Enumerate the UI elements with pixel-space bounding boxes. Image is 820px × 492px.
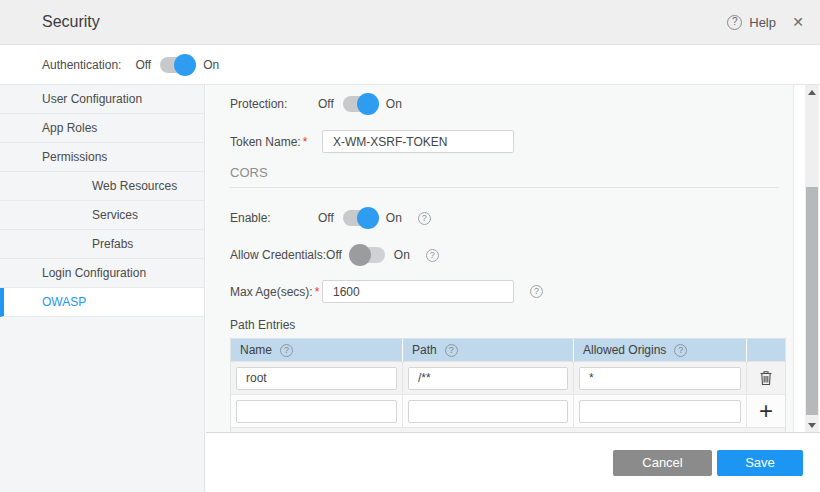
path-entries-title: Path Entries [230,318,793,332]
required-mark: * [303,135,308,149]
authentication-label: Authentication: [42,58,121,72]
help-label: Help [749,15,776,30]
delete-row-button[interactable] [747,362,785,394]
add-row-button[interactable] [747,395,785,427]
save-button[interactable]: Save [717,450,803,476]
protection-on-label: On [386,97,402,111]
cancel-button[interactable]: Cancel [613,450,712,476]
sidebar-item-permissions[interactable]: Permissions [0,143,204,172]
arrow-up-icon [808,90,816,95]
enable-label: Enable: [230,211,318,225]
required-mark: * [315,285,320,299]
table-row [231,394,785,427]
protection-off-label: Off [318,97,334,111]
scroll-up-button[interactable] [805,85,819,99]
table-row [231,361,785,394]
allow-credentials-on-label: On [394,248,410,262]
toggle-knob [357,93,379,115]
trash-icon [759,370,773,386]
authentication-on-label: On [203,58,219,72]
toggle-knob [174,54,196,76]
allow-credentials-help-icon[interactable] [426,249,439,262]
protection-label: Protection: [230,97,318,111]
arrow-down-icon [808,423,816,428]
name-column-help-icon[interactable] [280,344,293,357]
row2-allowed-origins-input[interactable] [579,400,741,423]
row2-path-input[interactable] [408,400,568,423]
allow-credentials-toggle[interactable] [351,247,385,263]
token-name-row: Token Name:* [230,130,793,153]
enable-help-icon[interactable] [418,212,431,225]
token-name-label: Token Name:* [230,135,322,149]
cors-section-title: CORS [230,165,793,180]
max-age-label: Max Age(secs):* [230,285,322,299]
enable-toggle[interactable] [343,210,377,226]
column-header-allowed-origins: Allowed Origins [574,339,747,361]
enable-on-label: On [386,211,402,225]
max-age-row: Max Age(secs):* [230,280,793,303]
sidebar-item-app-roles[interactable]: App Roles [0,114,204,143]
footer: Cancel Save [206,433,820,492]
protection-row: Protection: Off On [230,94,793,114]
sidebar-item-user-configuration[interactable]: User Configuration [0,85,204,114]
sidebar: User Configuration App Roles Permissions… [0,85,205,492]
sidebar-item-prefabs[interactable]: Prefabs [0,230,204,259]
titlebar: Security Help [0,0,820,45]
token-name-input[interactable] [322,130,514,153]
column-header-name: Name [231,339,403,361]
row2-name-input[interactable] [236,400,397,423]
cors-divider [230,187,779,188]
enable-off-label: Off [318,211,334,225]
scroll-down-button[interactable] [805,418,819,432]
close-icon[interactable] [787,0,809,44]
path-entries-table: Name Path Allowed Origins [230,338,786,432]
page-title: Security [42,13,100,31]
vertical-scrollbar[interactable] [805,85,819,432]
column-header-actions [747,339,785,361]
column-header-path: Path [403,339,574,361]
help-icon [727,15,742,30]
authentication-toggle[interactable] [160,57,194,73]
allow-credentials-row: Allow Credentials: Off On [230,245,793,265]
owasp-panel: Protection: Off On Token Name:* CORS Ena… [206,85,794,432]
max-age-input[interactable] [322,280,514,303]
allowed-origins-column-help-icon[interactable] [674,344,687,357]
protection-toggle[interactable] [343,96,377,112]
sidebar-item-login-configuration[interactable]: Login Configuration [0,259,204,288]
security-dialog: Security Help Authentication: Off On Use… [0,0,820,492]
help-button[interactable]: Help [727,0,776,44]
sidebar-item-web-resources[interactable]: Web Resources [0,172,204,201]
sidebar-item-owasp[interactable]: OWASP [0,288,204,317]
toggle-knob [357,207,379,229]
authentication-off-label: Off [135,58,151,72]
table-header-row: Name Path Allowed Origins [231,339,785,361]
row1-name-input[interactable] [236,367,397,390]
row1-allowed-origins-input[interactable] [579,367,741,390]
enable-row: Enable: Off On [230,208,793,228]
scrollbar-thumb[interactable] [806,187,818,415]
max-age-help-icon[interactable] [530,285,543,298]
plus-icon [759,399,773,423]
row1-path-input[interactable] [408,367,568,390]
sidebar-item-services[interactable]: Services [0,201,204,230]
path-column-help-icon[interactable] [445,344,458,357]
toggle-knob [349,244,371,266]
allow-credentials-off-label: Off [326,248,342,262]
allow-credentials-label: Allow Credentials: [230,248,326,262]
authentication-bar: Authentication: Off On [0,45,820,85]
